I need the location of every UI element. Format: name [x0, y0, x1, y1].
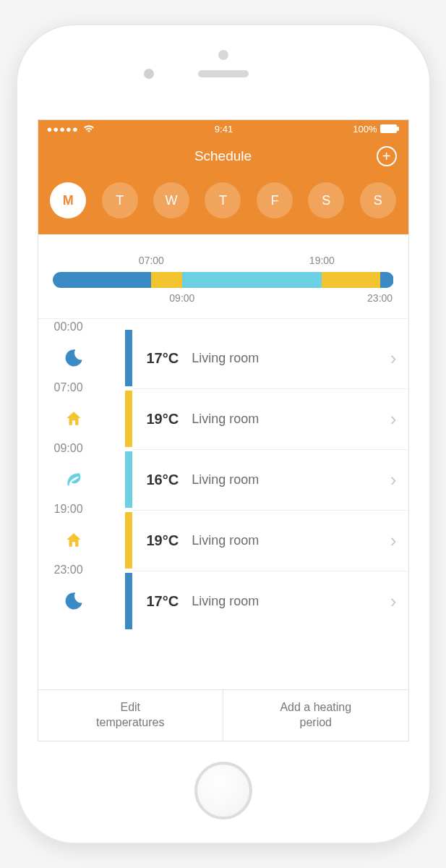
period-temperature: 17°C	[147, 350, 179, 367]
period-color-stripe	[125, 330, 132, 386]
app-header: ●●●●● 9:41 100% Schedule +	[38, 120, 408, 234]
day-tab-3[interactable]: T	[205, 182, 241, 218]
day-tab-2[interactable]: W	[153, 182, 189, 218]
phone-frame: ●●●●● 9:41 100% Schedule +	[17, 25, 429, 843]
signal-dots-icon: ●●●●●	[47, 124, 79, 135]
period-temperature: 17°C	[147, 593, 179, 610]
home-icon	[63, 529, 85, 551]
status-left: ●●●●●	[47, 124, 95, 135]
phone-speaker	[198, 70, 249, 77]
chevron-right-icon: ›	[390, 469, 397, 491]
chevron-right-icon: ›	[390, 529, 397, 552]
screen: ●●●●● 9:41 100% Schedule +	[38, 119, 409, 741]
moon-icon	[63, 590, 85, 612]
period-row: 00:0017°CLiving room›	[38, 328, 408, 388]
period-time-label: 23:00	[54, 563, 83, 576]
timeline-segment	[53, 272, 152, 288]
period-item[interactable]: 17°CLiving room›	[132, 571, 408, 631]
timeline-label: 09:00	[169, 292, 194, 304]
period-room: Living room	[192, 533, 390, 548]
period-time-col: 00:00	[38, 328, 125, 388]
period-color-stripe	[125, 573, 132, 629]
leaf-icon	[63, 469, 85, 490]
period-room: Living room	[192, 594, 390, 609]
period-item[interactable]: 19°CLiving room›	[132, 388, 408, 449]
nav-bar: Schedule +	[38, 137, 408, 175]
period-room: Living room	[192, 412, 390, 427]
chevron-right-icon: ›	[390, 590, 397, 613]
period-time-col: 07:00	[38, 388, 125, 449]
day-tab-5[interactable]: S	[308, 182, 344, 218]
period-time-label: 19:00	[54, 503, 83, 516]
phone-sensor	[218, 50, 228, 60]
timeline-labels-top: 07:0019:00	[53, 255, 394, 268]
period-temperature: 19°C	[147, 411, 179, 427]
timeline-segment	[182, 272, 322, 288]
battery-icon	[380, 124, 399, 133]
status-right: 100%	[353, 124, 399, 135]
day-selector: MTWTFSS	[38, 175, 408, 234]
home-icon	[63, 408, 85, 430]
moon-icon	[63, 347, 85, 369]
period-time-label: 00:00	[54, 320, 83, 333]
status-time: 9:41	[215, 124, 233, 135]
period-temperature: 16°C	[147, 472, 179, 488]
period-color-stripe	[125, 451, 132, 508]
day-tab-1[interactable]: T	[102, 182, 138, 218]
period-room: Living room	[192, 472, 390, 488]
timeline-segment	[322, 272, 379, 288]
status-bar: ●●●●● 9:41 100%	[38, 120, 408, 137]
chevron-right-icon: ›	[390, 347, 397, 370]
timeline-label: 19:00	[309, 255, 335, 266]
battery-percent: 100%	[353, 124, 377, 135]
phone-camera	[144, 69, 154, 79]
svg-rect-1	[397, 127, 399, 131]
svg-rect-0	[380, 124, 397, 133]
period-row: 19:0019°CLiving room›	[38, 510, 408, 571]
timeline-section: 07:0019:00 09:0023:00	[38, 234, 408, 319]
timeline-labels-bottom: 09:0023:00	[53, 292, 394, 305]
period-time-col: 09:00	[38, 449, 125, 510]
bottom-actions: Edit temperatures Add a heating period	[38, 689, 408, 741]
edit-temperatures-button[interactable]: Edit temperatures	[38, 690, 223, 741]
wifi-icon	[83, 124, 95, 133]
add-button[interactable]: +	[377, 146, 397, 166]
timeline-label: 07:00	[139, 255, 164, 266]
period-time-col: 23:00	[38, 571, 125, 631]
home-button[interactable]	[194, 762, 252, 820]
timeline-segment	[151, 272, 181, 288]
period-color-stripe	[125, 391, 132, 447]
timeline-segment	[380, 272, 394, 288]
period-color-stripe	[125, 512, 132, 569]
period-time-label: 07:00	[54, 381, 83, 394]
day-tab-0[interactable]: M	[50, 182, 86, 218]
period-row: 23:0017°CLiving room›	[38, 571, 408, 631]
day-tab-4[interactable]: F	[257, 182, 293, 218]
period-row: 07:0019°CLiving room›	[38, 388, 408, 449]
day-tab-6[interactable]: S	[360, 182, 396, 218]
period-item[interactable]: 17°CLiving room›	[132, 328, 408, 388]
page-title: Schedule	[194, 148, 252, 164]
period-row: 09:0016°CLiving room›	[38, 449, 408, 510]
add-heating-period-button[interactable]: Add a heating period	[223, 690, 408, 741]
timeline-label: 23:00	[367, 292, 393, 304]
period-room: Living room	[192, 351, 390, 366]
period-item[interactable]: 19°CLiving room›	[132, 510, 408, 571]
chevron-right-icon: ›	[390, 408, 397, 430]
period-temperature: 19°C	[147, 532, 179, 549]
period-time-label: 09:00	[54, 442, 83, 455]
timeline-bar[interactable]	[53, 272, 394, 288]
period-time-col: 19:00	[38, 510, 125, 571]
plus-icon: +	[382, 149, 391, 163]
period-item[interactable]: 16°CLiving room›	[132, 449, 408, 510]
periods-list: 00:0017°CLiving room›07:0019°CLiving roo…	[38, 319, 408, 689]
